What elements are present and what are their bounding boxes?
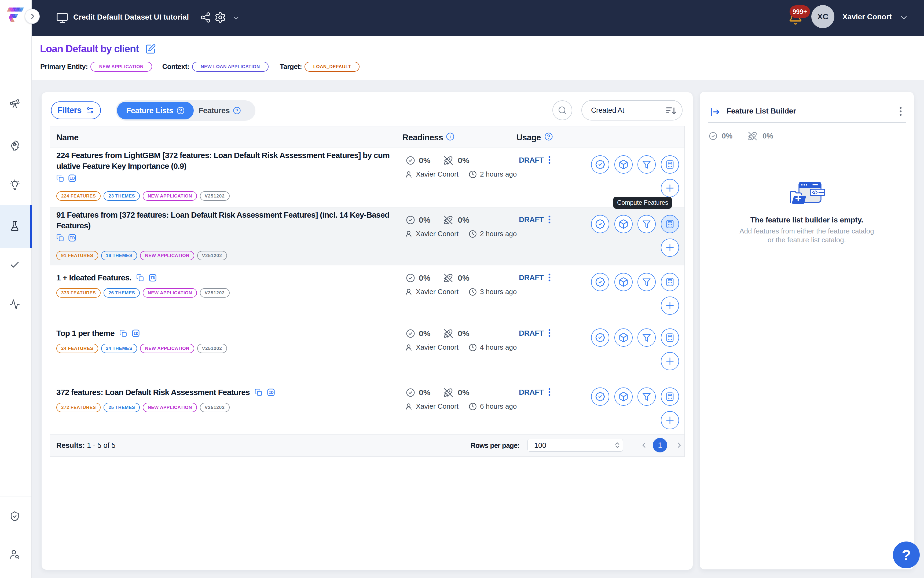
svg-text:ID: ID [269, 390, 274, 395]
svg-text:ID: ID [133, 331, 138, 336]
svg-text:ID: ID [70, 235, 75, 241]
svg-text:ID: ID [70, 176, 75, 181]
svg-text:ID: ID [150, 276, 156, 281]
